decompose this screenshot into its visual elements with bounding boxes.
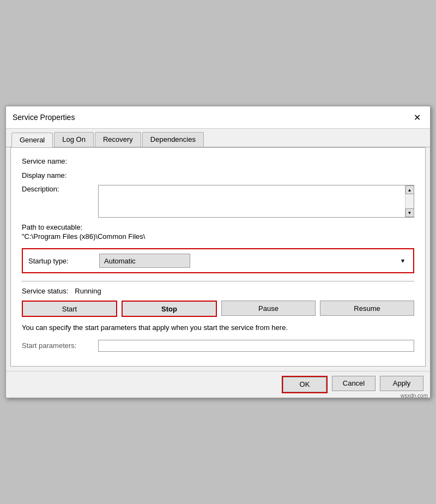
description-box: ▲ ▼	[98, 185, 414, 218]
tab-recovery[interactable]: Recovery	[95, 132, 141, 147]
scroll-up-button[interactable]: ▲	[405, 185, 414, 194]
tab-bar: General Log On Recovery Dependencies	[6, 129, 430, 147]
params-input[interactable]	[98, 340, 414, 352]
hint-text: You can specify the start parameters tha…	[22, 322, 414, 333]
bottom-bar: OK Cancel Apply	[6, 371, 430, 398]
cancel-button[interactable]: Cancel	[332, 376, 376, 391]
startup-type-select[interactable]: Automatic Automatic (Delayed Start) Manu…	[99, 254, 190, 268]
service-name-row: Service name:	[22, 157, 414, 165]
ok-button[interactable]: OK	[283, 377, 326, 392]
dialog-title: Service Properties	[13, 113, 75, 122]
divider-1	[22, 281, 414, 281]
path-value: "C:\Program Files (x86)\Common Files\	[22, 232, 414, 241]
description-scrollbar[interactable]: ▲ ▼	[405, 185, 414, 217]
service-control-buttons: Start Stop Pause Resume	[22, 301, 414, 317]
title-bar: Service Properties ✕	[6, 106, 430, 129]
service-status-row: Service status: Running	[22, 287, 414, 295]
stop-button-wrapper: Stop	[122, 301, 217, 317]
close-button[interactable]: ✕	[410, 111, 423, 124]
service-status-label: Service status:	[22, 287, 68, 295]
start-button[interactable]: Start	[23, 302, 116, 316]
start-button-wrapper: Start	[22, 301, 117, 317]
tab-dependencies[interactable]: Dependencies	[142, 132, 204, 147]
description-row: Description: ▲ ▼	[22, 185, 414, 218]
service-status-value: Running	[75, 287, 101, 295]
tab-general[interactable]: General	[11, 133, 53, 147]
apply-button[interactable]: Apply	[380, 376, 423, 391]
pause-button[interactable]: Pause	[221, 301, 316, 316]
startup-type-section: Startup type: Automatic Automatic (Delay…	[22, 248, 414, 273]
service-properties-dialog: Service Properties ✕ General Log On Reco…	[5, 106, 431, 398]
ok-button-wrapper: OK	[282, 376, 328, 393]
path-section: Path to executable: "C:\Program Files (x…	[22, 223, 414, 241]
description-label: Description:	[22, 185, 98, 193]
params-label: Start parameters:	[22, 341, 98, 350]
path-label: Path to executable:	[22, 223, 414, 231]
tab-logon[interactable]: Log On	[54, 132, 94, 147]
stop-button[interactable]: Stop	[123, 302, 216, 316]
display-name-row: Display name:	[22, 171, 414, 179]
scroll-down-button[interactable]: ▼	[405, 208, 414, 217]
tab-content: Service name: Display name: Description:…	[10, 147, 426, 367]
service-name-label: Service name:	[22, 157, 98, 165]
startup-select-wrapper: Automatic Automatic (Delayed Start) Manu…	[99, 254, 408, 268]
resume-button[interactable]: Resume	[320, 301, 414, 316]
startup-type-label: Startup type:	[28, 257, 99, 265]
watermark: wsxdn.com	[401, 393, 428, 399]
display-name-label: Display name:	[22, 171, 98, 179]
params-row: Start parameters:	[22, 340, 414, 352]
